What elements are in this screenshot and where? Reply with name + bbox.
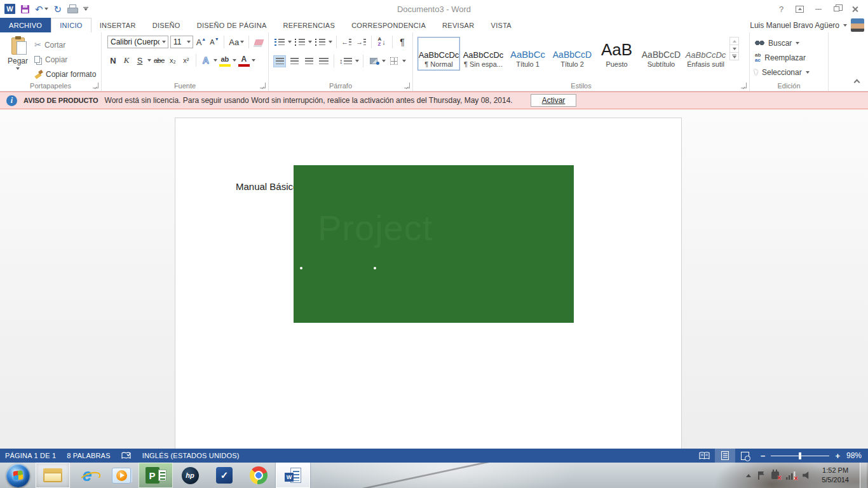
account-area[interactable]: Luis Manuel Bravo Agüero [750, 18, 868, 32]
style-subtitulo[interactable]: AaBbCcD Subtítulo [640, 37, 682, 71]
help-button[interactable]: ? [772, 1, 790, 17]
bold-button[interactable]: N [107, 55, 119, 67]
clear-formatting-button[interactable] [253, 36, 264, 48]
tab-inicio[interactable]: INICIO [51, 18, 91, 32]
page-indicator[interactable]: PÁGINA 1 DE 1 [5, 449, 56, 463]
grow-font-button[interactable]: A▲ [195, 36, 207, 48]
style-puesto[interactable]: AaB Puesto [595, 37, 638, 71]
restore-button[interactable] [827, 1, 846, 17]
taskbar-hp[interactable]: hp [173, 463, 207, 488]
styles-scroll-up-button[interactable] [730, 37, 738, 45]
zoom-slider[interactable] [771, 456, 829, 456]
document-page[interactable]: Manual Básico d Project [175, 118, 682, 449]
hidden-icons-button[interactable] [746, 474, 751, 477]
bullets-caret-icon[interactable] [288, 41, 292, 43]
copy-button[interactable]: Copiar [34, 52, 96, 67]
inserted-image[interactable]: Project [294, 165, 574, 323]
zoom-slider-thumb[interactable] [799, 452, 801, 459]
font-size-caret-icon[interactable] [184, 36, 193, 48]
select-button[interactable]: Seleccionar [750, 65, 828, 79]
font-size-combo[interactable]: 11 [170, 36, 193, 48]
sort-button[interactable]: AZ ↓ [376, 36, 388, 48]
taskbar-clock[interactable]: 1:52 PM 5/5/2014 [818, 466, 853, 485]
font-name-combo[interactable]: Calibri (Cuerpo [107, 36, 168, 48]
web-layout-button[interactable] [735, 449, 756, 463]
save-icon[interactable] [21, 5, 29, 13]
account-dropdown-caret-icon[interactable] [843, 24, 847, 27]
bullets-button[interactable] [273, 36, 286, 48]
spellcheck-button[interactable] [121, 449, 132, 463]
taskbar-internet-explorer[interactable]: e [70, 463, 104, 488]
font-dialog-launcher[interactable] [260, 83, 266, 88]
paste-dropdown-caret-icon[interactable] [16, 67, 20, 70]
read-mode-button[interactable] [695, 449, 715, 463]
superscript-button[interactable]: x² [180, 55, 192, 67]
font-color-caret-icon[interactable] [252, 59, 255, 62]
undo-dropdown-caret-icon[interactable] [44, 8, 48, 10]
multilevel-list-button[interactable] [314, 36, 327, 48]
print-preview-icon[interactable] [67, 4, 78, 13]
redo-icon[interactable]: ↻ [54, 4, 62, 14]
replace-button[interactable]: abac Reemplazar [750, 50, 828, 65]
network-status-icon[interactable] [786, 471, 796, 480]
numbering-button[interactable] [294, 36, 306, 48]
zoom-in-button[interactable]: + [835, 451, 840, 461]
italic-button[interactable]: K [121, 55, 132, 67]
highlight-caret-icon[interactable] [233, 59, 236, 62]
tab-referencias[interactable]: REFERENCIAS [275, 18, 344, 32]
paragraph-dialog-launcher[interactable] [404, 83, 410, 88]
taskbar-media-player[interactable] [104, 463, 139, 488]
word-count[interactable]: 8 PALABRAS [67, 449, 110, 463]
multilevel-caret-icon[interactable] [329, 41, 332, 43]
line-spacing-button[interactable]: ↕ [338, 55, 353, 67]
document-area[interactable]: Manual Básico d Project [0, 109, 868, 449]
change-case-button[interactable]: Aa [228, 36, 245, 48]
styles-gallery-more-button[interactable] [730, 53, 738, 60]
text-effects-caret-icon[interactable] [214, 59, 217, 62]
shrink-font-button[interactable]: A▼ [208, 36, 220, 48]
underline-caret-icon[interactable] [147, 59, 151, 62]
align-right-button[interactable] [302, 55, 315, 67]
increase-indent-button[interactable]: → [355, 36, 367, 48]
underline-button[interactable]: S [134, 55, 146, 67]
language-indicator[interactable]: INGLÉS (ESTADOS UNIDOS) [142, 449, 240, 463]
subscript-button[interactable]: x₂ [167, 55, 179, 67]
tab-vista[interactable]: VISTA [483, 18, 520, 32]
taskbar-word[interactable]: W [276, 463, 310, 488]
find-caret-icon[interactable] [796, 42, 799, 44]
styles-dialog-launcher[interactable] [741, 83, 747, 88]
zoom-out-button[interactable]: − [761, 451, 766, 461]
undo-button[interactable]: ↶ [35, 4, 48, 14]
action-center-flag-icon[interactable] [758, 471, 764, 480]
style-titulo-2[interactable]: AaBbCcD Título 2 [551, 37, 593, 71]
tab-diseno[interactable]: DISEÑO [144, 18, 189, 32]
customize-qat-icon[interactable] [83, 7, 88, 11]
taskbar-check-app[interactable]: ✓ [207, 463, 241, 488]
taskbar-chrome[interactable] [241, 463, 276, 488]
tab-insertar[interactable]: INSERTAR [92, 18, 144, 32]
font-color-button[interactable]: A [238, 55, 250, 67]
style-titulo-1[interactable]: AaBbCc Título 1 [506, 37, 549, 71]
justify-button[interactable] [317, 55, 330, 67]
ribbon-display-options-button[interactable] [790, 1, 809, 17]
activate-button[interactable]: Activar [531, 94, 577, 107]
align-left-button[interactable] [273, 55, 286, 67]
minimize-button[interactable] [809, 1, 827, 17]
tab-diseno-de-pagina[interactable]: DISEÑO DE PÁGINA [189, 18, 275, 32]
text-effects-button[interactable]: A [200, 55, 212, 67]
style-normal[interactable]: AaBbCcDc ¶ Normal [417, 37, 460, 71]
show-marks-button[interactable]: ¶ [396, 36, 409, 48]
decrease-indent-button[interactable]: ← [340, 36, 353, 48]
start-button[interactable] [0, 463, 36, 488]
taskbar-file-explorer[interactable] [36, 463, 70, 488]
shading-caret-icon[interactable] [382, 60, 386, 62]
avatar[interactable] [851, 18, 864, 32]
highlight-button[interactable]: ab [219, 55, 231, 67]
line-spacing-caret-icon[interactable] [355, 60, 359, 62]
close-button[interactable] [846, 1, 864, 17]
find-button[interactable]: Buscar [750, 36, 828, 50]
cut-button[interactable]: ✂ Cortar [34, 37, 96, 52]
shading-button[interactable] [367, 55, 380, 67]
borders-caret-icon[interactable] [402, 60, 406, 62]
strikethrough-button[interactable]: abe [153, 55, 165, 67]
